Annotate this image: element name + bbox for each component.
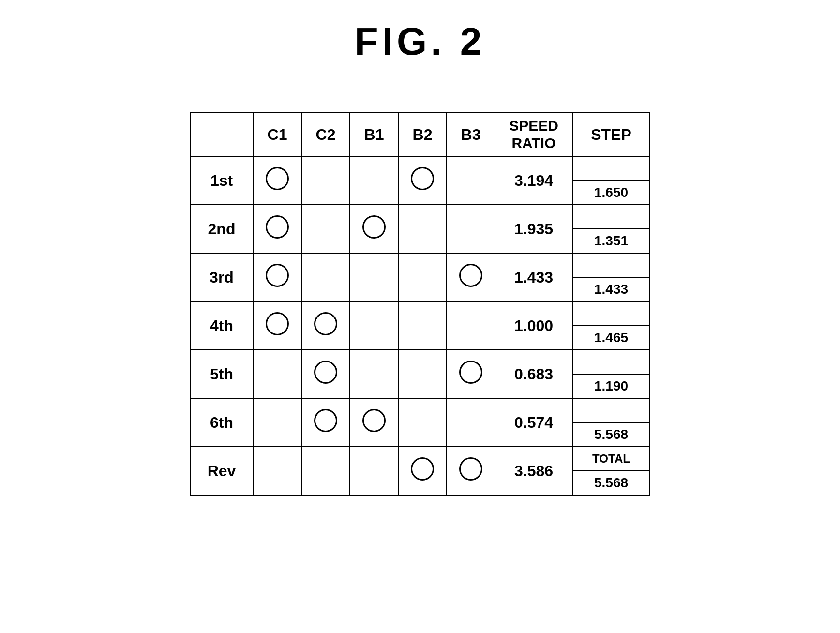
- step-value: 1.650: [572, 181, 650, 205]
- clutch-c1: [253, 447, 301, 495]
- table-row: 6th0.574: [190, 398, 650, 422]
- clutch-c2: [301, 205, 350, 253]
- table-row: Rev3.586TOTAL: [190, 447, 650, 471]
- clutch-c1: [253, 205, 301, 253]
- brake-b2: [398, 253, 447, 301]
- brake-b1: [350, 301, 398, 350]
- gear-label: 3rd: [190, 253, 253, 301]
- step-value: 1.433: [572, 277, 650, 301]
- clutch-c1: [253, 253, 301, 301]
- header-gear: [190, 113, 253, 156]
- clutch-c1: [253, 301, 301, 350]
- gear-label: 6th: [190, 398, 253, 447]
- header-b2: B2: [398, 113, 447, 156]
- brake-b3: [447, 350, 495, 398]
- speed-ratio-value: 3.586: [495, 447, 572, 495]
- brake-b2: [398, 398, 447, 447]
- step-empty: [572, 156, 650, 181]
- table-row: 5th0.683: [190, 350, 650, 374]
- gear-label: 4th: [190, 301, 253, 350]
- brake-b1: [350, 156, 398, 205]
- step-total-value: 5.568: [572, 471, 650, 495]
- clutch-c2: [301, 350, 350, 398]
- header-b3: B3: [447, 113, 495, 156]
- brake-b3: [447, 205, 495, 253]
- header-c1: C1: [253, 113, 301, 156]
- brake-b3: [447, 156, 495, 205]
- speed-ratio-value: 3.194: [495, 156, 572, 205]
- speed-ratio-value: 0.574: [495, 398, 572, 447]
- brake-b3: [447, 398, 495, 447]
- brake-b2: [398, 301, 447, 350]
- table-row: 2nd1.935: [190, 205, 650, 229]
- clutch-c1: [253, 156, 301, 205]
- table-row: 3rd1.433: [190, 253, 650, 277]
- step-total-label: TOTAL: [572, 447, 650, 471]
- step-value: 1.351: [572, 229, 650, 253]
- gear-label: 1st: [190, 156, 253, 205]
- gear-label: Rev: [190, 447, 253, 495]
- brake-b3: [447, 253, 495, 301]
- brake-b2: [398, 205, 447, 253]
- step-empty: [572, 253, 650, 277]
- speed-ratio-value: 1.000: [495, 301, 572, 350]
- clutch-c1: [253, 350, 301, 398]
- brake-b2: [398, 156, 447, 205]
- table-row: 4th1.000: [190, 301, 650, 326]
- step-empty: [572, 398, 650, 422]
- brake-b1: [350, 205, 398, 253]
- step-value: 5.568: [572, 422, 650, 447]
- speed-ratio-value: 1.433: [495, 253, 572, 301]
- clutch-c2: [301, 398, 350, 447]
- clutch-c2: [301, 301, 350, 350]
- page-title: FIG. 2: [355, 19, 485, 64]
- brake-b1: [350, 447, 398, 495]
- step-empty: [572, 350, 650, 374]
- speed-ratio-value: 0.683: [495, 350, 572, 398]
- step-empty: [572, 205, 650, 229]
- brake-b1: [350, 253, 398, 301]
- clutch-c2: [301, 447, 350, 495]
- data-table: C1 C2 B1 B2 B3 SPEEDRATIO STEP 1st3.1941…: [190, 112, 650, 496]
- step-empty: [572, 301, 650, 326]
- clutch-c2: [301, 156, 350, 205]
- header-b1: B1: [350, 113, 398, 156]
- brake-b1: [350, 350, 398, 398]
- gear-label: 2nd: [190, 205, 253, 253]
- header-c2: C2: [301, 113, 350, 156]
- brake-b3: [447, 447, 495, 495]
- step-value: 1.190: [572, 374, 650, 398]
- clutch-c1: [253, 398, 301, 447]
- brake-b2: [398, 350, 447, 398]
- table-row: 1st3.194: [190, 156, 650, 181]
- clutch-c2: [301, 253, 350, 301]
- brake-b2: [398, 447, 447, 495]
- step-value: 1.465: [572, 326, 650, 350]
- gear-label: 5th: [190, 350, 253, 398]
- brake-b3: [447, 301, 495, 350]
- header-speed-ratio: SPEEDRATIO: [495, 113, 572, 156]
- header-step: STEP: [572, 113, 650, 156]
- speed-ratio-value: 1.935: [495, 205, 572, 253]
- brake-b1: [350, 398, 398, 447]
